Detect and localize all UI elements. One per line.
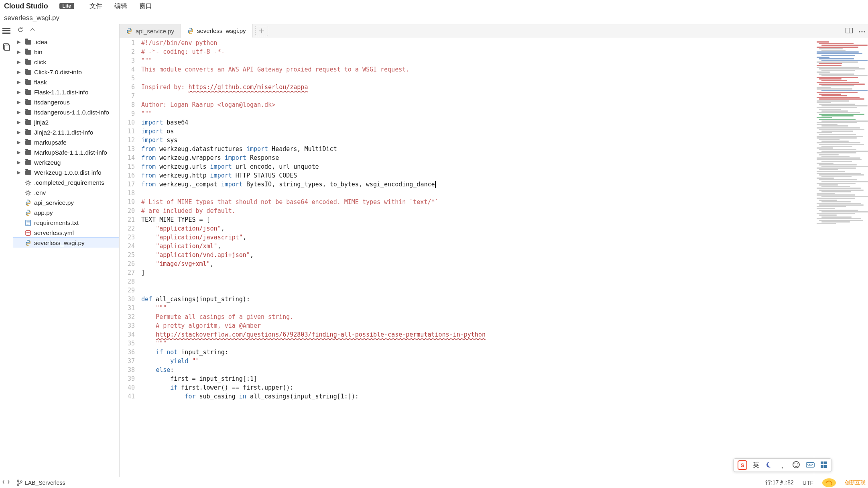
tree-folder[interactable]: ▶itsdangerous-1.1.0.dist-info [13, 107, 119, 117]
tree-file[interactable]: requirements.txt [13, 218, 119, 228]
svg-point-24 [807, 464, 808, 465]
comma-icon[interactable]: ， [778, 459, 787, 471]
ime-tray[interactable]: S 英 ， [733, 458, 832, 472]
tree-label: Jinja2-2.11.1.dist-info [34, 129, 93, 136]
svg-rect-23 [806, 463, 814, 467]
tree-label: werkzeug [34, 159, 61, 166]
ime-lang[interactable]: 英 [753, 461, 759, 470]
svg-rect-1 [2, 30, 10, 31]
tree-label: api_service.py [34, 199, 74, 206]
explorer-icon[interactable] [2, 27, 11, 35]
tree-folder[interactable]: ▶bin [13, 47, 119, 57]
menu-edit[interactable]: 编辑 [114, 2, 127, 10]
svg-rect-0 [2, 28, 10, 29]
svg-point-18 [17, 484, 19, 486]
tree-label: Werkzeug-1.0.0.dist-info [34, 169, 102, 176]
svg-rect-32 [824, 465, 827, 468]
moon-icon[interactable] [765, 461, 772, 470]
svg-point-14 [859, 31, 860, 32]
tree-folder[interactable]: ▶flask [13, 77, 119, 87]
tree-label: flask [34, 79, 47, 86]
breadcrumb-file: severless_wsgi.py [4, 14, 59, 22]
collapse-all-icon[interactable] [29, 27, 36, 34]
activity-bar [0, 24, 13, 477]
svg-rect-30 [824, 461, 827, 464]
menu-file[interactable]: 文件 [89, 2, 102, 10]
tree-folder[interactable]: ▶itsdangerous [13, 97, 119, 107]
svg-rect-29 [821, 461, 823, 464]
svg-point-25 [809, 464, 810, 465]
file-tree[interactable]: ▶.idea▶bin▶click▶Click-7.0.dist-info▶fla… [13, 36, 119, 477]
sidebar: ▶.idea▶bin▶click▶Click-7.0.dist-info▶fla… [13, 24, 120, 477]
minimap[interactable] [814, 38, 868, 477]
tree-folder[interactable]: ▶Werkzeug-1.0.0.dist-info [13, 167, 119, 178]
tree-folder[interactable]: ▶markupsafe [13, 137, 119, 147]
svg-point-26 [811, 464, 811, 465]
refresh-icon[interactable] [17, 27, 24, 34]
svg-point-27 [812, 464, 813, 465]
tree-label: Flask-1.1.1.dist-info [34, 89, 88, 96]
tree-file[interactable]: serverless.yml [13, 228, 119, 238]
tree-folder[interactable]: ▶Flask-1.1.1.dist-info [13, 87, 119, 97]
editor-area: api_service.pyseverless_wsgi.py 1 2 3 4 … [120, 24, 868, 477]
grid-icon[interactable] [820, 461, 827, 470]
tree-label: requirements.txt [34, 219, 79, 227]
svg-point-17 [17, 480, 19, 482]
tree-label: click [34, 59, 46, 66]
tree-file[interactable]: .completed_requirements [13, 178, 119, 188]
tree-label: serverless.yml [34, 229, 74, 237]
provider-logo-icon [822, 478, 836, 487]
tree-folder[interactable]: ▶Jinja2-2.11.1.dist-info [13, 127, 119, 137]
tab-label: api_service.py [136, 28, 174, 35]
svg-point-16 [864, 31, 865, 32]
svg-rect-31 [821, 465, 823, 468]
svg-point-20 [793, 461, 799, 468]
svg-point-5 [27, 182, 29, 184]
svg-rect-28 [808, 466, 812, 466]
tree-file[interactable]: api_service.py [13, 198, 119, 208]
ime-logo-icon: S [738, 460, 747, 470]
svg-point-11 [26, 230, 30, 232]
tree-label: itsdangerous [34, 99, 70, 106]
tree-label: .idea [34, 39, 48, 46]
code-view[interactable]: #!/usr/bin/env python # -*- coding: utf-… [141, 38, 814, 477]
tree-label: jinja2 [34, 119, 49, 126]
svg-point-19 [20, 481, 22, 482]
sidebar-tools [13, 24, 119, 36]
svg-point-15 [861, 31, 862, 32]
tree-label: markupsafe [34, 139, 67, 146]
menu-window[interactable]: 窗口 [139, 2, 152, 10]
keyboard-icon[interactable] [806, 461, 815, 469]
tree-folder[interactable]: ▶MarkupSafe-1.1.1.dist-info [13, 147, 119, 157]
tree-folder[interactable]: ▶werkzeug [13, 157, 119, 167]
git-branch-icon[interactable]: LAB_Serverless [17, 480, 65, 486]
brand-badge: Lite [59, 3, 74, 9]
files-icon[interactable] [2, 43, 11, 51]
tree-folder[interactable]: ▶click [13, 57, 119, 67]
tree-label: bin [34, 49, 43, 56]
svg-point-6 [27, 192, 29, 194]
status-encoding[interactable]: UTF [803, 480, 813, 486]
remote-icon[interactable] [2, 479, 10, 486]
split-editor-icon[interactable] [846, 28, 853, 35]
breadcrumb: severless_wsgi.py [0, 12, 868, 24]
svg-point-22 [797, 463, 798, 464]
editor-tab[interactable]: severless_wsgi.py [181, 24, 253, 38]
face-icon[interactable] [792, 461, 800, 470]
provider-name: 创新互联 [845, 479, 866, 486]
svg-rect-2 [2, 33, 10, 34]
tree-label: app.py [34, 209, 53, 216]
new-tab-button[interactable] [255, 26, 268, 36]
tree-file[interactable]: severless_wsgi.py [13, 238, 119, 248]
status-bar: LAB_Serverless 行:17 列:82 UTF 创新互联 [0, 477, 868, 488]
tree-folder[interactable]: ▶.idea [13, 37, 119, 47]
editor-tab[interactable]: api_service.py [120, 24, 181, 38]
tree-folder[interactable]: ▶jinja2 [13, 117, 119, 127]
tree-file[interactable]: .env [13, 188, 119, 198]
status-cursor[interactable]: 行:17 列:82 [765, 479, 794, 486]
tree-file[interactable]: app.py [13, 208, 119, 218]
more-icon[interactable] [858, 28, 866, 34]
tree-folder[interactable]: ▶Click-7.0.dist-info [13, 67, 119, 77]
tree-label: MarkupSafe-1.1.1.dist-info [34, 149, 107, 156]
editor[interactable]: 1 2 3 4 5 6 7 8 9 10 11 12 13 14 15 16 1… [120, 38, 868, 477]
